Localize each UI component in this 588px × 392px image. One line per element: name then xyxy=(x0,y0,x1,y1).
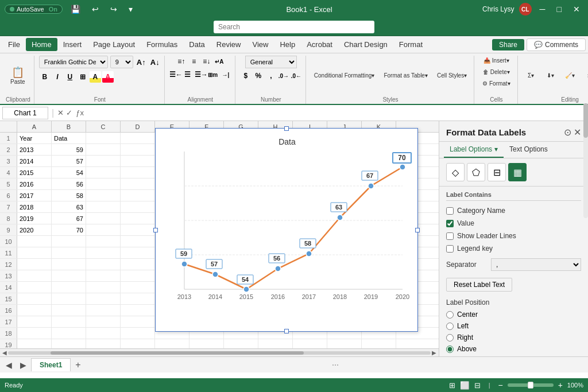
cell[interactable]: 2018 xyxy=(17,201,52,212)
page-layout-view-button[interactable]: ⬜ xyxy=(460,381,470,390)
zoom-slider[interactable] xyxy=(508,383,554,387)
cell[interactable]: 2014 xyxy=(17,156,52,166)
cell[interactable] xyxy=(121,190,155,201)
cell[interactable] xyxy=(86,167,121,178)
position-center-radio[interactable] xyxy=(446,311,454,319)
insert-cell-button[interactable]: 📥 Insert▾ xyxy=(480,56,513,65)
cell[interactable]: 2015 xyxy=(17,167,52,178)
cell[interactable] xyxy=(121,328,155,339)
cell[interactable] xyxy=(86,270,121,281)
data-point-5[interactable] xyxy=(337,215,343,220)
minimize-button[interactable]: ─ xyxy=(536,3,549,15)
conditional-formatting-button[interactable]: Conditional Formatting▾ xyxy=(311,71,378,80)
cell[interactable] xyxy=(52,259,86,270)
align-top-button[interactable]: ≡↑ xyxy=(176,56,187,67)
data-point-2[interactable] xyxy=(243,286,249,292)
cell[interactable]: 59 xyxy=(52,144,86,155)
data-point-3[interactable] xyxy=(275,266,281,271)
cell[interactable] xyxy=(189,339,224,348)
cell[interactable] xyxy=(121,201,155,212)
decimal-increase-button[interactable]: .0→ xyxy=(278,70,289,81)
percent-button[interactable]: % xyxy=(253,70,264,81)
format-as-table-button[interactable]: Format as Table▾ xyxy=(380,71,431,80)
scroll-right-btn[interactable]: ▶ xyxy=(432,350,436,356)
fill-color-button[interactable]: A xyxy=(90,71,101,83)
maximize-button[interactable]: □ xyxy=(554,3,565,15)
cell[interactable] xyxy=(17,236,52,247)
position-above-radio[interactable] xyxy=(446,346,454,353)
panel-size-icon-btn[interactable]: ⊟ xyxy=(488,163,506,181)
menu-acrobat[interactable]: Acrobat xyxy=(301,38,338,51)
cell[interactable] xyxy=(121,270,155,281)
sort-filter-button[interactable]: ↕▾ xyxy=(581,71,588,80)
menu-data[interactable]: Data xyxy=(183,38,210,51)
cell[interactable] xyxy=(86,201,121,212)
decrease-font-button[interactable]: A↓ xyxy=(149,56,161,68)
cell[interactable]: 2016 xyxy=(17,178,52,189)
cell[interactable] xyxy=(86,339,121,348)
search-input[interactable] xyxy=(214,21,374,33)
autosave-badge[interactable]: AutoSave On xyxy=(5,5,63,14)
cancel-icon[interactable]: ✕ xyxy=(57,108,64,117)
comma-button[interactable]: , xyxy=(265,70,277,81)
paste-button[interactable]: 📋 Paste xyxy=(6,64,30,87)
cell[interactable] xyxy=(86,190,121,201)
cell[interactable]: 63 xyxy=(52,201,86,212)
handle-bottom[interactable] xyxy=(284,329,289,333)
underline-button[interactable]: U xyxy=(64,71,76,83)
cell[interactable] xyxy=(52,293,86,304)
cell[interactable]: 67 xyxy=(52,213,86,224)
align-right-button[interactable]: ☰→ xyxy=(195,69,206,80)
number-format-select[interactable]: General xyxy=(245,56,297,68)
cell[interactable]: 2019 xyxy=(17,213,52,224)
cell[interactable] xyxy=(52,270,86,281)
cell[interactable] xyxy=(86,293,121,304)
reset-label-button[interactable]: Reset Label Text xyxy=(446,278,512,292)
cell[interactable] xyxy=(86,305,121,316)
scroll-left-btn[interactable]: ◀ xyxy=(2,350,7,356)
align-middle-button[interactable]: ≡ xyxy=(188,56,200,67)
cell[interactable] xyxy=(258,339,293,348)
data-point-0[interactable] xyxy=(181,261,187,267)
cell[interactable] xyxy=(52,282,86,293)
menu-help[interactable]: Help xyxy=(274,38,301,51)
font-color-button[interactable]: A xyxy=(102,71,114,83)
cell[interactable] xyxy=(52,247,86,258)
cell-styles-button[interactable]: Cell Styles▾ xyxy=(434,71,470,80)
handle-top[interactable] xyxy=(284,126,289,131)
normal-view-button[interactable]: ⊞ xyxy=(449,381,455,390)
page-break-view-button[interactable]: ⊟ xyxy=(474,381,481,390)
category-name-checkbox[interactable] xyxy=(446,207,454,215)
horizontal-scrollbar[interactable]: ◀ ▶ xyxy=(0,348,439,356)
indent-button[interactable]: →| xyxy=(220,69,231,80)
cell[interactable] xyxy=(17,339,52,348)
menu-format[interactable]: Format xyxy=(393,38,428,51)
data-point-7[interactable] xyxy=(400,164,405,170)
cell[interactable] xyxy=(121,236,155,247)
cell[interactable] xyxy=(17,259,52,270)
zoom-out-button[interactable]: − xyxy=(498,381,502,390)
cell[interactable] xyxy=(86,247,121,258)
autosum-button[interactable]: Σ▾ xyxy=(523,71,540,80)
handle-right[interactable] xyxy=(415,228,420,232)
panel-chart-icon-btn[interactable]: ▦ xyxy=(508,163,527,181)
cell[interactable] xyxy=(121,133,155,143)
cell[interactable]: 2020 xyxy=(17,224,52,235)
formula-input[interactable] xyxy=(86,107,586,119)
cell[interactable] xyxy=(17,305,52,316)
currency-button[interactable]: $ xyxy=(240,70,252,81)
legend-key-checkbox[interactable] xyxy=(446,245,454,253)
insert-function-icon[interactable]: ƒx xyxy=(76,108,84,117)
value-checkbox[interactable] xyxy=(446,220,454,227)
wrap-text-button[interactable]: ↵A xyxy=(214,56,225,67)
menu-file[interactable]: File xyxy=(2,38,26,51)
cell[interactable] xyxy=(121,282,155,293)
font-size-select[interactable]: 9 xyxy=(110,56,133,68)
menu-home[interactable]: Home xyxy=(26,38,57,51)
cell[interactable] xyxy=(86,156,121,166)
cell[interactable] xyxy=(121,144,155,155)
menu-page-layout[interactable]: Page Layout xyxy=(87,38,141,51)
chart-wrapper[interactable]: Data xyxy=(155,128,418,332)
cell[interactable]: 2013 xyxy=(17,144,52,155)
decimal-decrease-button[interactable]: .0← xyxy=(291,70,302,81)
